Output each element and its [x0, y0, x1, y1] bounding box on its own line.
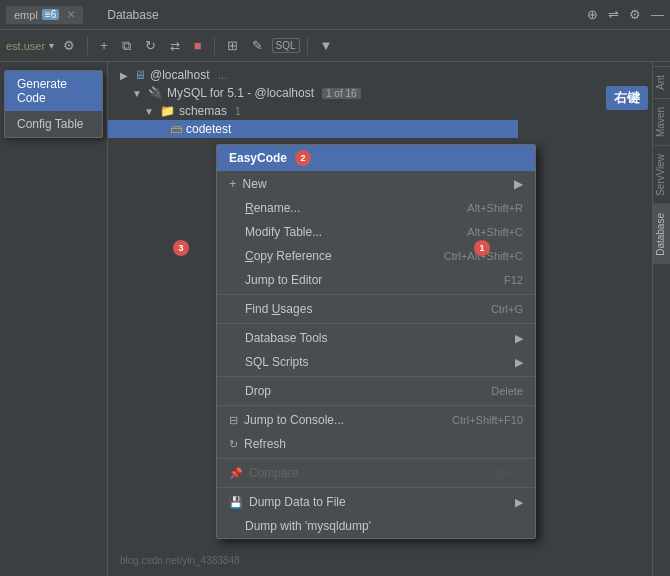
- new-arrow: ▶: [514, 177, 523, 191]
- panel-title: Database: [107, 8, 158, 22]
- copy-btn[interactable]: ⧉: [117, 36, 136, 56]
- refresh-icon: ↻: [229, 438, 238, 451]
- schema-dropdown-arrow[interactable]: ▾: [49, 40, 54, 51]
- sep-3: [217, 376, 535, 377]
- tree-badge-schemas: 1: [235, 106, 241, 117]
- context-item-dump-mysql[interactable]: Dump with 'mysqldump': [217, 514, 535, 538]
- dump-mysql-label: Dump with 'mysqldump': [245, 519, 371, 533]
- sql-btn[interactable]: SQL: [272, 38, 300, 53]
- sidebar-tab-ant[interactable]: Ant: [653, 66, 670, 98]
- sync-icon[interactable]: ⇌: [608, 7, 619, 22]
- tree-arrow-schemas: ▼: [144, 106, 154, 117]
- context-menu: EasyCode 2 + New ▶ Rename... Alt+Shift+R…: [216, 144, 536, 539]
- sidebar-tab-database[interactable]: Database: [653, 204, 670, 264]
- context-item-refresh[interactable]: ↻ Refresh: [217, 432, 535, 456]
- tree-item-codetest[interactable]: ▶ 🗃 codetest: [108, 120, 518, 138]
- add-btn[interactable]: +: [95, 36, 113, 55]
- editor-tab[interactable]: empl ≡6 ✕: [6, 6, 83, 24]
- context-item-jump-console[interactable]: ⊟ Jump to Console... Ctrl+Shift+F10: [217, 408, 535, 432]
- context-item-new[interactable]: + New ▶: [217, 171, 535, 196]
- tree-arrow-mysql51: ▼: [132, 88, 142, 99]
- top-bar-icons: ⊕ ⇌ ⚙ —: [587, 7, 664, 22]
- tab-badge: ≡6: [42, 9, 59, 20]
- sep-5: [217, 458, 535, 459]
- db-icon-localhost: 🖥: [134, 68, 146, 82]
- context-item-jump-editor[interactable]: Jump to Editor F12: [217, 268, 535, 292]
- easycode-label: EasyCode: [229, 151, 287, 165]
- toolbar: est.user ▾ ⚙ + ⧉ ↻ ⇄ ■ ⊞ ✎ SQL ▼: [0, 30, 670, 62]
- db-icon-mysql51: 🔌: [148, 86, 163, 100]
- jump-console-shortcut: Ctrl+Shift+F10: [452, 414, 523, 426]
- db-tools-arrow: ▶: [515, 332, 523, 345]
- dump-file-arrow: ▶: [515, 496, 523, 509]
- modify-label: Modify Table...: [245, 225, 322, 239]
- db-tools-label: Database Tools: [245, 331, 328, 345]
- toolbar-sep-2: [214, 37, 215, 55]
- jump-editor-label: Jump to Editor: [245, 273, 322, 287]
- tree-item-mysql51[interactable]: ▼ 🔌 MySQL for 5.1 - @localhost 1 of 16: [108, 84, 518, 102]
- tab-label: empl: [14, 9, 38, 21]
- right-sidebar: Ant Maven ServView Database: [652, 62, 670, 576]
- badge-1: 1: [474, 240, 490, 256]
- grid-btn[interactable]: ⊞: [222, 36, 243, 55]
- drop-shortcut: Delete: [491, 385, 523, 397]
- badge-3: 3: [173, 240, 189, 256]
- context-item-find-usages[interactable]: Find Usages Ctrl+G: [217, 297, 535, 321]
- context-item-drop[interactable]: Drop Delete: [217, 379, 535, 403]
- tree-item-schemas[interactable]: ▼ 📁 schemas 1: [108, 102, 518, 120]
- context-item-dump-file[interactable]: 💾 Dump Data to File ▶: [217, 490, 535, 514]
- left-panel: Generate Code Config Table: [0, 62, 108, 576]
- refresh-btn[interactable]: ↻: [140, 36, 161, 55]
- settings-btn[interactable]: ⚙: [58, 36, 80, 55]
- sidebar-tab-maven[interactable]: Maven: [653, 98, 670, 145]
- sql-scripts-label: SQL Scripts: [245, 355, 309, 369]
- find-usages-shortcut: Ctrl+G: [491, 303, 523, 315]
- modify-shortcut: Alt+Shift+C: [467, 226, 523, 238]
- edit-btn[interactable]: ✎: [247, 36, 268, 55]
- refresh-label: Refresh: [244, 437, 286, 451]
- context-item-compare: 📌 Compare Ctrl+D: [217, 461, 535, 485]
- context-item-db-tools[interactable]: Database Tools ▶: [217, 326, 535, 350]
- sidebar-tab-servview[interactable]: ServView: [653, 145, 670, 204]
- top-bar: empl ≡6 ✕ Database ⊕ ⇌ ⚙ —: [0, 0, 670, 30]
- schema-icon-codetest: 🗃: [170, 122, 182, 136]
- jump-editor-shortcut: F12: [504, 274, 523, 286]
- tree-label-mysql51: MySQL for 5.1 - @localhost: [167, 86, 314, 100]
- sep-1: [217, 294, 535, 295]
- dump-icon: 💾: [229, 496, 243, 509]
- minimize-icon[interactable]: —: [651, 7, 664, 22]
- tree-label-schemas: schemas: [179, 104, 227, 118]
- tree-item-localhost[interactable]: ▶ 🖥 @localhost …: [108, 66, 518, 84]
- transfer-btn[interactable]: ⇄: [165, 37, 185, 55]
- compare-label: Compare: [249, 466, 298, 480]
- context-item-modify[interactable]: Modify Table... Alt+Shift+C: [217, 220, 535, 244]
- rename-shortcut: Alt+Shift+R: [467, 202, 523, 214]
- generate-code-item[interactable]: Generate Code: [5, 71, 102, 111]
- settings-icon[interactable]: ⚙: [629, 7, 641, 22]
- find-usages-label: Find Usages: [245, 302, 312, 316]
- new-label: New: [243, 177, 267, 191]
- watermark: blog.csdn.net/yin_4383848: [120, 555, 240, 566]
- tree-arrow-localhost: ▶: [120, 70, 128, 81]
- tree-dots-localhost[interactable]: …: [218, 70, 228, 81]
- youjian-badge: 右键: [606, 86, 648, 110]
- context-item-rename[interactable]: Rename... Alt+Shift+R: [217, 196, 535, 220]
- tree-badge-mysql51: 1 of 16: [322, 88, 361, 99]
- sep-4: [217, 405, 535, 406]
- main-layout: Generate Code Config Table ▶ 🖥 @localhos…: [0, 62, 670, 576]
- tree-label-codetest: codetest: [186, 122, 231, 136]
- new-plus-icon: +: [229, 176, 237, 191]
- sql-scripts-arrow: ▶: [515, 356, 523, 369]
- config-table-item[interactable]: Config Table: [5, 111, 102, 137]
- tab-close[interactable]: ✕: [67, 9, 75, 20]
- add-icon[interactable]: ⊕: [587, 7, 598, 22]
- tree-panel: ▶ 🖥 @localhost … ▼ 🔌 MySQL for 5.1 - @lo…: [108, 62, 518, 576]
- console-icon: ⊟: [229, 414, 238, 427]
- generate-submenu: Generate Code Config Table: [4, 70, 103, 138]
- filter-btn[interactable]: ▼: [315, 36, 338, 55]
- context-item-sql-scripts[interactable]: SQL Scripts ▶: [217, 350, 535, 374]
- copy-ref-label: Copy Reference: [245, 249, 332, 263]
- stop-btn[interactable]: ■: [189, 36, 207, 55]
- schema-label: est.user: [6, 40, 45, 52]
- drop-label: Drop: [245, 384, 271, 398]
